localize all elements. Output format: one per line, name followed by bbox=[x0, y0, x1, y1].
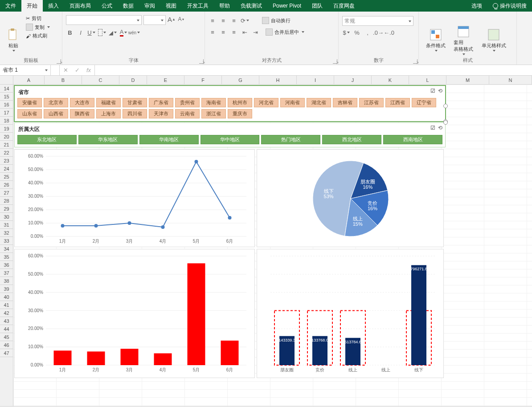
row-header[interactable]: 25 bbox=[0, 173, 13, 181]
tab-powerpivot[interactable]: Power Pivot bbox=[267, 0, 307, 12]
row-header[interactable]: 17 bbox=[0, 109, 13, 117]
formula-input[interactable] bbox=[95, 65, 532, 75]
row-header[interactable]: 28 bbox=[0, 197, 13, 205]
resize-handle-icon[interactable] bbox=[443, 120, 448, 125]
number-launcher-icon[interactable] bbox=[413, 59, 417, 64]
slicer-chip[interactable]: 北京市 bbox=[44, 98, 68, 107]
resize-handle-icon[interactable] bbox=[443, 104, 448, 108]
slicer-chip[interactable]: 吉林省 bbox=[333, 98, 357, 107]
merge-center-button[interactable]: 合并后居中 bbox=[264, 28, 306, 37]
slicer-chip[interactable]: 河北省 bbox=[254, 98, 278, 107]
row-header[interactable]: 29 bbox=[0, 205, 13, 213]
slicer-chip[interactable]: 东北地区 bbox=[17, 135, 77, 144]
italic-button[interactable]: I bbox=[77, 28, 85, 37]
font-launcher-icon[interactable] bbox=[199, 59, 204, 64]
chart-bar-blue[interactable]: 143339.3朋友圈133768.0竞价513784.6线上线上796271.… bbox=[257, 249, 444, 378]
slicer-chip[interactable]: 上海市 bbox=[96, 109, 121, 118]
orientation-button[interactable]: ⟳ bbox=[241, 16, 249, 24]
col-header[interactable]: N bbox=[489, 76, 532, 84]
row-header[interactable]: 37 bbox=[0, 269, 13, 277]
copy-button[interactable]: 复制 bbox=[24, 23, 52, 32]
shrink-font-button[interactable]: A▼ bbox=[177, 15, 185, 23]
col-header[interactable]: H bbox=[259, 76, 297, 84]
row-header[interactable]: 20 bbox=[0, 133, 13, 141]
phonetic-button[interactable]: wén bbox=[130, 28, 138, 37]
indent-dec-button[interactable]: ⇤ bbox=[241, 28, 249, 36]
slicer-chip[interactable]: 辽宁省 bbox=[412, 98, 436, 107]
slicer-chip[interactable]: 大连市 bbox=[70, 98, 94, 107]
select-all-corner[interactable] bbox=[0, 76, 13, 85]
row-header[interactable]: 46 bbox=[0, 341, 13, 349]
row-header[interactable]: 43 bbox=[0, 317, 13, 325]
border-button[interactable] bbox=[98, 28, 106, 37]
grow-font-button[interactable]: A▲ bbox=[168, 15, 176, 23]
chart-bar-red[interactable]: 0.00%10.00%20.00%30.00%40.00%50.00%60.00… bbox=[14, 249, 255, 378]
slicer-chip[interactable]: 天津市 bbox=[149, 109, 173, 118]
align-launcher-icon[interactable] bbox=[333, 59, 337, 64]
slicer-chip[interactable]: 陕西省 bbox=[70, 109, 94, 118]
row-header[interactable]: 18 bbox=[0, 117, 13, 125]
row-header[interactable]: 44 bbox=[0, 325, 13, 333]
slicer-chip[interactable]: 西南地区 bbox=[383, 135, 442, 144]
slicer-chip[interactable]: 湖北省 bbox=[307, 98, 331, 107]
align-top-button[interactable]: ≡ bbox=[209, 16, 217, 24]
align-right-button[interactable]: ≡ bbox=[230, 28, 238, 36]
row-header[interactable]: 22 bbox=[0, 149, 13, 157]
col-header[interactable]: G bbox=[222, 76, 259, 84]
multi-select-icon[interactable]: ☑ bbox=[430, 125, 435, 131]
slicer-chip[interactable]: 广东省 bbox=[149, 98, 173, 107]
number-format-combo[interactable]: 常规 bbox=[342, 16, 413, 26]
align-middle-button[interactable]: ≡ bbox=[219, 16, 227, 24]
tab-view[interactable]: 视图 bbox=[160, 0, 182, 12]
tab-team[interactable]: 团队 bbox=[307, 0, 328, 12]
row-header[interactable]: 42 bbox=[0, 309, 13, 317]
col-header[interactable]: D bbox=[119, 76, 147, 84]
font-name-combo[interactable] bbox=[66, 15, 142, 25]
col-header[interactable]: E bbox=[147, 76, 184, 84]
slicer-chip[interactable]: 甘肃省 bbox=[123, 98, 147, 107]
chart-pie[interactable]: 线下53%朋友圈16%竞价16%线上15% bbox=[257, 149, 444, 247]
dec-decimal-button[interactable]: ←.0 bbox=[385, 28, 393, 37]
col-header[interactable]: L bbox=[409, 76, 446, 84]
row-header[interactable]: 23 bbox=[0, 157, 13, 165]
font-color-button[interactable]: A bbox=[119, 28, 127, 37]
tab-review[interactable]: 审阅 bbox=[139, 0, 160, 12]
slicer-chip[interactable]: 山西省 bbox=[44, 109, 68, 118]
slicer-chip[interactable]: 江苏省 bbox=[359, 98, 384, 107]
row-header[interactable]: 31 bbox=[0, 221, 13, 229]
clear-filter-icon[interactable]: ⟲ bbox=[438, 125, 442, 131]
bold-button[interactable]: B bbox=[66, 28, 74, 37]
slicer-chip[interactable]: 海南省 bbox=[201, 98, 226, 107]
row-header[interactable]: 40 bbox=[0, 293, 13, 301]
slicer-chip[interactable]: 华中地区 bbox=[201, 135, 260, 144]
tab-loadtest[interactable]: 负载测试 bbox=[235, 0, 267, 12]
slicer-chip[interactable]: 四川省 bbox=[123, 109, 147, 118]
row-header[interactable]: 47 bbox=[0, 349, 13, 357]
tab-formulas[interactable]: 公式 bbox=[96, 0, 118, 12]
slicer-chip[interactable]: 云南省 bbox=[175, 109, 200, 118]
slicer-chip[interactable]: 福建省 bbox=[96, 98, 121, 107]
col-header[interactable]: I bbox=[297, 76, 334, 84]
slicer-region[interactable]: 所属大区 ☑ ⟲ 东北地区华东地区华南地区华中地区热门地区西北地区西南地区 bbox=[14, 122, 446, 147]
tab-page-layout[interactable]: 页面布局 bbox=[64, 0, 96, 12]
clipboard-launcher-icon[interactable] bbox=[57, 59, 61, 64]
cut-button[interactable]: ✂剪切 bbox=[24, 14, 52, 23]
row-header[interactable]: 45 bbox=[0, 333, 13, 341]
multi-select-icon[interactable]: ☑ bbox=[430, 88, 435, 94]
tab-help[interactable]: 帮助 bbox=[214, 0, 235, 12]
col-header[interactable]: K bbox=[372, 76, 409, 84]
inc-decimal-button[interactable]: .0→ bbox=[374, 28, 382, 37]
col-header[interactable]: A bbox=[13, 76, 45, 84]
row-header[interactable]: 30 bbox=[0, 213, 13, 221]
row-header[interactable]: 15 bbox=[0, 93, 13, 101]
row-header[interactable]: 19 bbox=[0, 125, 13, 133]
fx-button[interactable]: fx bbox=[83, 67, 94, 73]
align-left-button[interactable]: ≡ bbox=[209, 28, 217, 36]
format-painter-button[interactable]: 🖌格式刷 bbox=[24, 32, 52, 40]
row-header[interactable]: 36 bbox=[0, 261, 13, 269]
tab-baidu[interactable]: 百度网盘 bbox=[328, 0, 360, 12]
tab-data[interactable]: 数据 bbox=[118, 0, 139, 12]
tab-file[interactable]: 文件 bbox=[0, 0, 21, 12]
align-center-button[interactable]: ≡ bbox=[219, 28, 227, 36]
row-header[interactable]: 35 bbox=[0, 253, 13, 261]
